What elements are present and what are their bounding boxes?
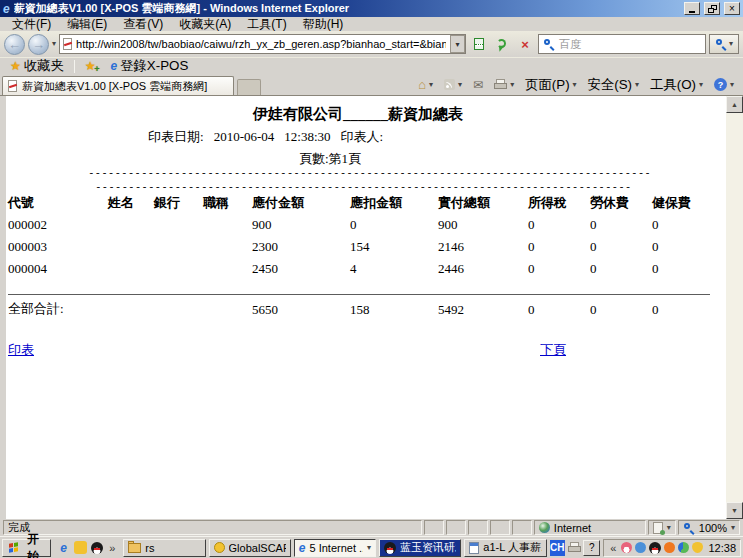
start-button[interactable]: 开始 (2, 539, 51, 557)
home-button[interactable]: ⌂▾ (413, 76, 438, 94)
favorites-star-icon: ★ (10, 60, 21, 72)
menu-help[interactable]: 帮助(H) (295, 16, 352, 33)
restore-icon (708, 5, 717, 13)
feeds-button[interactable]: ▾ (439, 76, 467, 94)
table-row: 000003 2300 154 2146 0 0 0 (8, 236, 710, 258)
new-tab-button[interactable] (237, 79, 261, 95)
print-chevron-icon: ▾ (510, 81, 514, 89)
tools-menu-button[interactable]: 工具(O)▾ (645, 76, 708, 94)
zoom-level: 100% (699, 522, 727, 534)
ie-icon: e (299, 542, 306, 554)
safety-menu-label: 安全(S) (588, 76, 632, 94)
search-placeholder: 百度 (559, 37, 581, 52)
tray-collapse-chevron[interactable]: « (608, 542, 618, 554)
address-bar[interactable]: http://win2008/tw/baobiao/caiwu/rzh_yx_z… (59, 34, 466, 54)
feed-icon (444, 79, 455, 90)
total-income-tax: 0 (528, 294, 590, 320)
search-icon (543, 38, 555, 50)
compatibility-view-button[interactable] (469, 34, 489, 54)
scroll-up-button[interactable]: ▲ (726, 96, 743, 113)
tray-timer-icon[interactable] (678, 542, 689, 553)
taskbar-clock[interactable]: 12:38 (706, 542, 736, 554)
print-time-value: 12:38:30 (284, 129, 330, 144)
favorites-divider (74, 60, 75, 73)
cell-labor-fee: 0 (590, 214, 652, 236)
refresh-button[interactable] (492, 34, 512, 54)
quick-launch-messenger-icon[interactable] (74, 541, 87, 554)
tray-help-button[interactable]: ? (583, 540, 600, 556)
search-input[interactable]: 百度 (538, 34, 706, 54)
language-indicator[interactable]: CH (550, 540, 565, 556)
close-button[interactable]: × (724, 2, 740, 15)
cell-bank (154, 236, 203, 258)
print-button[interactable]: ▾ (489, 76, 519, 94)
quick-launch: e » (54, 541, 120, 554)
tray-flame-icon[interactable] (664, 542, 675, 553)
favorite-link-xpos[interactable]: e 登錄X-POS (106, 57, 194, 75)
forward-button[interactable]: → (28, 34, 49, 55)
tray-shield-icon[interactable] (692, 542, 703, 553)
total-row: 全部合計: 5650 158 5492 0 0 0 (8, 294, 710, 320)
page-menu-button[interactable]: 页面(P)▾ (520, 76, 581, 94)
add-to-favorites-bar-button[interactable]: ★ (80, 57, 101, 75)
read-mail-button[interactable]: ✉ (468, 76, 488, 94)
table-header-row: 代號 姓名 銀行 職稱 應付金額 應扣金額 實付總額 所得稅 勞休費 健保費 (8, 192, 710, 214)
globalscape-icon (214, 542, 225, 553)
address-dropdown-button[interactable]: ▾ (450, 35, 465, 53)
recent-pages-chevron-icon[interactable]: ▾ (52, 40, 56, 48)
safety-menu-button[interactable]: 安全(S)▾ (583, 76, 644, 94)
taskbar-button-globalscape[interactable]: GlobalSCAPE ... (209, 539, 291, 557)
taskbar-button-lanyu[interactable]: 蓝玉资讯研发... (379, 539, 461, 557)
zoom-control[interactable]: 100% ▾ (678, 520, 740, 535)
cell-net-paid: 2446 (438, 258, 528, 280)
group-chevron-icon: ▾ (367, 544, 371, 552)
taskbar-button-label: rs (145, 542, 200, 554)
stop-button[interactable]: × (515, 34, 535, 54)
vertical-scrollbar[interactable]: ▲ ▼ (726, 96, 743, 519)
menu-edit[interactable]: 编辑(E) (59, 16, 115, 33)
tray-printer-icon[interactable] (568, 542, 580, 553)
help-menu-button[interactable]: ?▾ (709, 76, 739, 94)
quick-launch-qq-icon[interactable] (91, 542, 103, 554)
taskbar-button-rs[interactable]: rs (123, 539, 205, 557)
search-go-button[interactable]: ▾ (709, 34, 739, 54)
menu-tools[interactable]: 工具(T) (239, 16, 294, 33)
navigation-bar: ← → ▾ http://win2008/tw/baobiao/caiwu/rz… (0, 31, 743, 57)
printer-label: 印表人: (341, 129, 384, 144)
menu-file[interactable]: 文件(F) (4, 16, 59, 33)
taskbar-button-internet-group[interactable]: e 5 Internet ... ▾ (294, 539, 376, 557)
url-text[interactable]: http://win2008/tw/baobiao/caiwu/rzh_yx_z… (76, 38, 446, 50)
tab-favicon-icon (8, 80, 17, 92)
report-date-line: 印表日期:2010-06-0412:38:30印表人: (148, 128, 393, 146)
page-mode-icon (653, 522, 663, 534)
cell-payable: 2300 (252, 236, 350, 258)
tray-qq-icon[interactable] (649, 542, 661, 554)
minimize-button[interactable] (684, 2, 700, 15)
print-report-link[interactable]: 印表 (8, 341, 34, 359)
tab-payroll-report[interactable]: 薪資加總表V1.00 [X-POS 雲端商務網] (2, 76, 234, 95)
restore-button[interactable] (704, 2, 720, 15)
quick-launch-ie-icon[interactable]: e (57, 541, 70, 554)
page-content: 伊娃有限公司______薪資加總表 印表日期:2010-06-0412:38:3… (0, 95, 743, 519)
add-favorite-icon: ★ (85, 60, 96, 72)
zoom-magnifier-icon (683, 522, 695, 534)
report-title: 伊娃有限公司______薪資加總表 (0, 105, 716, 124)
zoom-chevron-icon: ▾ (731, 524, 735, 532)
protected-mode-panel[interactable]: ▾ (648, 520, 676, 535)
tools-chevron-icon: ▾ (699, 81, 703, 89)
next-page-link[interactable]: 下頁 (540, 341, 566, 359)
taskbar-button-a1l[interactable]: a1-L 人事薪... (464, 539, 546, 557)
favorites-button[interactable]: ★ 收藏夹 (5, 57, 69, 75)
scroll-down-button[interactable]: ▼ (726, 502, 743, 519)
menu-view[interactable]: 查看(V) (115, 16, 171, 33)
quick-launch-overflow-chevron[interactable]: » (107, 542, 117, 554)
globe-icon (539, 522, 550, 533)
tray-network-icon[interactable] (635, 542, 646, 553)
tab-bar: 薪資加總表V1.00 [X-POS 雲端商務網] ⌂▾ ▾ ✉ ▾ 页面(P)▾… (0, 74, 743, 95)
tray-qq-doctor-icon[interactable] (621, 542, 632, 553)
search-options-chevron-icon: ▾ (729, 40, 733, 48)
favorites-bar: ★ 收藏夹 ★ e 登錄X-POS (0, 57, 743, 74)
back-button[interactable]: ← (4, 34, 25, 55)
compatibility-view-icon (474, 38, 484, 50)
menu-favorites[interactable]: 收藏夹(A) (171, 16, 239, 33)
